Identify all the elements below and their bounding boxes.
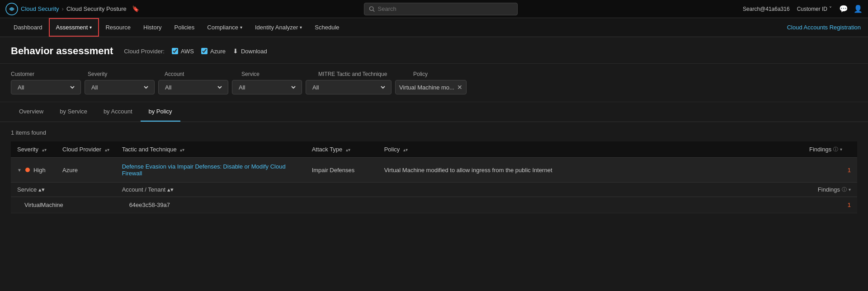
row-cloud-provider: Azure — [56, 158, 116, 183]
filters-section: Customer Severity Account Service MITRE … — [0, 64, 868, 102]
logo-area: Cloud Security › Cloud Security Posture … — [5, 3, 139, 15]
table-row[interactable]: ▼ High Azure Defense Evasion via Impair … — [11, 158, 857, 183]
account-filter[interactable]: All — [158, 80, 228, 94]
cloud-provider-sort-icon: ▴▾ — [105, 147, 109, 152]
col-header-tactic[interactable]: Tactic and Technique ▴▾ — [116, 141, 306, 158]
severity-dot-high — [25, 168, 30, 172]
breadcrumb-parent[interactable]: Cloud Security — [21, 5, 59, 12]
customer-id[interactable]: Customer ID ˅ — [797, 6, 832, 12]
user-email: Search@41a6a316 — [743, 6, 790, 12]
nav-item-dashboard[interactable]: Dashboard — [7, 18, 49, 37]
results-count-text: 1 items found — [11, 129, 46, 136]
nav-label-assessment: Assessment — [56, 24, 88, 31]
search-input-wrap[interactable] — [364, 3, 518, 15]
azure-checkbox[interactable] — [201, 48, 208, 54]
filter-label-service: Service — [241, 71, 318, 77]
row-expand-arrow[interactable]: ▼ — [17, 168, 22, 173]
svg-point-1 — [370, 6, 373, 10]
severity-filter[interactable]: All High Medium Low — [85, 80, 155, 94]
sub-service-sort-icon: ▴▾ — [38, 186, 45, 193]
bookmark-icon[interactable]: 🔖 — [132, 5, 139, 12]
aws-label: AWS — [181, 48, 194, 55]
topbar-right: Search@41a6a316 Customer ID ˅ 💬 👤 — [743, 5, 863, 13]
nav-right-link[interactable]: Cloud Accounts Registration — [787, 24, 861, 31]
filter-label-policy: Policy — [413, 71, 495, 77]
col-header-policy[interactable]: Policy ▴▾ — [378, 141, 803, 158]
aws-checkbox[interactable] — [172, 48, 178, 54]
row-findings: 1 — [803, 158, 857, 183]
severity-select[interactable]: All High Medium Low — [90, 84, 150, 91]
svg-line-2 — [373, 10, 374, 11]
filter-label-account: Account — [165, 71, 241, 77]
customer-id-chevron: ˅ — [829, 6, 832, 12]
sub-col-findings[interactable]: Findings ⓘ ▾ — [803, 183, 857, 197]
assessment-chevron-icon: ▾ — [90, 25, 92, 30]
tab-by-service-label: by Service — [60, 108, 87, 115]
findings-info-icon[interactable]: ⓘ — [833, 146, 838, 153]
user-info[interactable]: Search@41a6a316 — [743, 6, 790, 12]
search-bar — [139, 3, 743, 15]
mitre-select[interactable]: All — [311, 84, 387, 91]
customer-filter[interactable]: All — [11, 80, 81, 94]
mitre-filter[interactable]: All — [306, 80, 392, 94]
tab-by-service[interactable]: by Service — [52, 102, 95, 122]
sub-row-account: 64ee3c58-39a7 — [116, 197, 803, 213]
service-select[interactable]: All — [237, 84, 297, 91]
azure-checkbox-label[interactable]: Azure — [201, 48, 226, 55]
col-header-attack[interactable]: Attack Type ▴▾ — [306, 141, 378, 158]
tab-by-policy-label: by Policy — [149, 108, 172, 115]
sub-findings-info-icon[interactable]: ⓘ — [842, 186, 847, 193]
nav-item-history[interactable]: History — [137, 18, 168, 37]
nav-label-policies: Policies — [175, 24, 195, 31]
nav-label-history: History — [143, 24, 161, 31]
sub-findings-sort-icon: ▾ — [849, 187, 851, 192]
col-header-cloud-provider[interactable]: Cloud Provider ▴▾ — [56, 141, 116, 158]
nav-label-compliance: Compliance — [207, 24, 238, 31]
policy-filter[interactable]: Virtual Machine mo... ✕ — [395, 80, 467, 94]
sub-col-account[interactable]: Account / Tenant ▴▾ — [116, 183, 803, 197]
nav-item-resource[interactable]: Resource — [99, 18, 137, 37]
logo-icon — [5, 3, 18, 15]
nav-item-compliance[interactable]: Compliance ▾ — [201, 18, 249, 37]
table-section: 1 items found Severity ▴▾ Cloud Provider… — [0, 122, 868, 221]
row-policy: Virtual Machine modified to allow ingres… — [378, 158, 803, 183]
table-body: ▼ High Azure Defense Evasion via Impair … — [11, 158, 857, 213]
cloud-provider-col-label: Cloud Provider — [62, 146, 101, 153]
nav-item-schedule[interactable]: Schedule — [308, 18, 345, 37]
nav-label-identity-analyzer: Identity Analyzer — [255, 24, 298, 31]
breadcrumb-separator: › — [62, 5, 64, 12]
policy-col-label: Policy — [384, 146, 400, 153]
nav-item-identity-analyzer[interactable]: Identity Analyzer ▾ — [249, 18, 308, 37]
filter-label-customer: Customer — [11, 71, 88, 77]
nav-item-policies[interactable]: Policies — [168, 18, 201, 37]
tab-overview[interactable]: Overview — [11, 102, 52, 122]
col-header-findings[interactable]: Findings ⓘ ▾ — [803, 141, 857, 158]
tab-by-policy[interactable]: by Policy — [141, 102, 180, 122]
sub-account-label: Account / Tenant — [122, 186, 166, 193]
table-header: Severity ▴▾ Cloud Provider ▴▾ Tactic and… — [11, 141, 857, 158]
filter-label-severity: Severity — [88, 71, 165, 77]
tab-by-account[interactable]: by Account — [95, 102, 141, 122]
search-input[interactable] — [378, 5, 513, 12]
filter-label-mitre: MITRE Tactic and Technique — [318, 71, 413, 77]
chat-icon[interactable]: 💬 — [839, 5, 848, 13]
nav-item-assessment[interactable]: Assessment ▾ — [49, 18, 99, 37]
sub-table-header-row: Service ▴▾ Account / Tenant ▴▾ Findings … — [11, 183, 857, 197]
attack-sort-icon: ▴▾ — [346, 147, 350, 152]
identity-chevron-icon: ▾ — [300, 25, 302, 30]
service-filter[interactable]: All — [232, 80, 302, 94]
download-button[interactable]: ⬇ Download — [233, 47, 267, 55]
col-header-severity[interactable]: Severity ▴▾ — [11, 141, 56, 158]
customer-select[interactable]: All — [16, 84, 76, 91]
row-tactic-link[interactable]: Defense Evasion via Impair Defenses: Dis… — [122, 163, 286, 177]
aws-checkbox-label[interactable]: AWS — [172, 48, 194, 55]
sub-service-label: Service — [17, 186, 37, 193]
topbar: Cloud Security › Cloud Security Posture … — [0, 0, 868, 18]
policy-clear-button[interactable]: ✕ — [457, 84, 462, 91]
nav-label-schedule: Schedule — [315, 24, 339, 31]
user-avatar-icon[interactable]: 👤 — [854, 5, 863, 13]
data-table: Severity ▴▾ Cloud Provider ▴▾ Tactic and… — [11, 141, 857, 213]
account-select[interactable]: All — [163, 84, 223, 91]
sub-col-service[interactable]: Service ▴▾ — [11, 183, 116, 197]
download-label: Download — [241, 48, 267, 55]
